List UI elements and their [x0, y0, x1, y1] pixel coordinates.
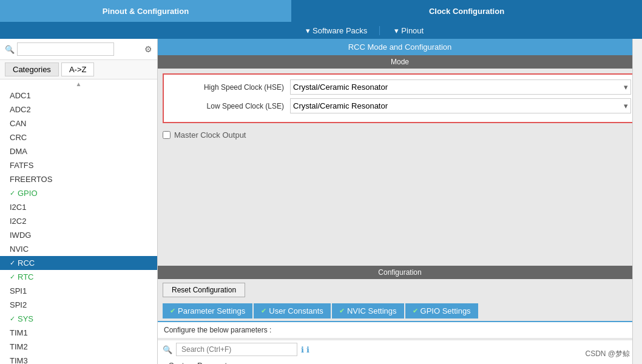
- sub-header-left: [0, 22, 291, 39]
- sidebar-item-i2c2[interactable]: I2C2: [0, 214, 157, 228]
- sidebar-item-dma[interactable]: DMA: [0, 144, 157, 158]
- lse-label: Low Speed Clock (LSE): [169, 102, 290, 110]
- search-icon: 🔍: [5, 45, 15, 54]
- sidebar-item-label: FATFS: [10, 161, 33, 170]
- search-icons: ℹ ℹ: [301, 345, 309, 354]
- config-tabs: ✔Parameter Settings✔User Constants✔NVIC …: [158, 301, 642, 321]
- reset-configuration-button[interactable]: Reset Configuration: [163, 283, 245, 297]
- sidebar-item-label: CRC: [10, 133, 27, 142]
- hse-row: High Speed Clock (HSE) Crystal/Ceramic R…: [169, 79, 631, 95]
- tab-check-icon: ✔: [413, 307, 418, 315]
- config-tab-user-constants[interactable]: ✔User Constants: [254, 303, 331, 318]
- sidebar-item-tim1[interactable]: TIM1: [0, 326, 157, 340]
- checkmark-icon: ✓: [10, 273, 15, 281]
- sidebar-item-rtc[interactable]: ✓RTC: [0, 270, 157, 284]
- tab-label: User Constants: [269, 306, 323, 315]
- sidebar-item-iwdg[interactable]: IWDG: [0, 228, 157, 242]
- sidebar: 🔍 ⚙ Categories A->Z ▲ ADC1ADC2CANCRCDMAF…: [0, 39, 158, 364]
- sidebar-item-rcc[interactable]: ✓RCC: [0, 256, 157, 270]
- sidebar-item-nvic[interactable]: NVIC: [0, 242, 157, 256]
- sidebar-item-label: SYS: [18, 314, 33, 323]
- tab-check-icon: ✔: [339, 307, 345, 315]
- sidebar-item-spi1[interactable]: SPI1: [0, 284, 157, 298]
- search-icon-2: 🔍: [163, 345, 172, 354]
- sidebar-list: ADC1ADC2CANCRCDMAFATFSFREERTOS✓GPIOI2C1I…: [0, 89, 157, 364]
- sidebar-item-sys[interactable]: ✓SYS: [0, 312, 157, 326]
- tab-label: GPIO Settings: [421, 306, 471, 315]
- sidebar-item-label: CAN: [10, 119, 26, 128]
- sidebar-item-label: GPIO: [18, 189, 38, 198]
- software-packs-menu[interactable]: ▾ Software Packs: [291, 26, 380, 35]
- pinout-menu[interactable]: ▾ Pinout: [380, 26, 436, 35]
- expand-icon: ▸: [163, 362, 166, 364]
- sidebar-item-crc[interactable]: CRC: [0, 130, 157, 144]
- hse-select[interactable]: Crystal/Ceramic Resonator ▾: [290, 79, 631, 95]
- master-clock-label: Master Clock Output: [174, 130, 246, 140]
- sidebar-item-label: RCC: [18, 258, 35, 268]
- hse-value: Crystal/Ceramic Resonator: [293, 83, 388, 92]
- sidebar-item-label: FREERTOS: [10, 175, 52, 184]
- sidebar-item-label: NVIC: [10, 244, 29, 254]
- config-header: Configuration: [158, 266, 642, 279]
- sidebar-item-label: SPI2: [10, 300, 27, 309]
- chevron-down-icon-2: ▾: [394, 26, 399, 35]
- sidebar-item-label: IWDG: [10, 231, 31, 240]
- sidebar-scroll-up[interactable]: ▲: [0, 79, 157, 89]
- sidebar-item-label: ADC2: [10, 105, 31, 114]
- checkmark-icon: ✓: [10, 259, 15, 267]
- sidebar-item-i2c1[interactable]: I2C1: [0, 200, 157, 214]
- tab-label: Parameter Settings: [178, 306, 245, 315]
- sidebar-item-freertos[interactable]: FREERTOS: [0, 172, 157, 186]
- sidebar-item-label: TIM3: [10, 356, 28, 364]
- sidebar-item-adc1[interactable]: ADC1: [0, 89, 157, 103]
- sidebar-item-label: I2C1: [10, 203, 26, 212]
- main-content: RCC Mode and Configuration Mode High Spe…: [158, 39, 642, 364]
- lse-value: Crystal/Ceramic Resonator: [293, 101, 388, 110]
- config-search-bar: 🔍 ℹ ℹ: [158, 340, 642, 359]
- tab-check-icon: ✔: [261, 307, 266, 315]
- lse-dropdown-arrow: ▾: [624, 101, 628, 110]
- tab-categories[interactable]: Categories: [5, 62, 59, 76]
- sidebar-item-tim2[interactable]: TIM2: [0, 340, 157, 354]
- checkmark-icon: ✓: [10, 315, 15, 323]
- mode-header: Mode: [158, 55, 642, 69]
- tab-az[interactable]: A->Z: [61, 62, 95, 76]
- sidebar-item-label: SPI1: [10, 286, 27, 295]
- mode-section: Mode High Speed Clock (HSE) Crystal/Cera…: [158, 55, 642, 263]
- sidebar-item-can[interactable]: CAN: [0, 116, 157, 130]
- software-packs-label: Software Packs: [313, 26, 367, 35]
- master-clock-row: Master Clock Output: [158, 128, 642, 142]
- mode-empty-space: [158, 142, 642, 263]
- sidebar-item-spi2[interactable]: SPI2: [0, 298, 157, 312]
- sidebar-item-fatfs[interactable]: FATFS: [0, 158, 157, 172]
- search-input[interactable]: [17, 42, 114, 56]
- info-icon[interactable]: ℹ: [301, 345, 304, 354]
- config-tab-nvic-settings[interactable]: ✔NVIC Settings: [332, 303, 404, 318]
- param-search-input[interactable]: [176, 343, 297, 356]
- master-clock-checkbox[interactable]: [163, 131, 171, 139]
- lse-select[interactable]: Crystal/Ceramic Resonator ▾: [290, 98, 631, 113]
- sub-header-right: ▾ Software Packs ▾ Pinout: [291, 22, 642, 39]
- sidebar-item-gpio[interactable]: ✓GPIO: [0, 186, 157, 200]
- scrollbar[interactable]: [632, 39, 642, 364]
- tab-label: NVIC Settings: [347, 306, 397, 315]
- config-tab-parameter-settings[interactable]: ✔Parameter Settings: [163, 303, 252, 318]
- help-icon[interactable]: ℹ: [306, 345, 309, 354]
- sidebar-item-label: TIM2: [10, 342, 28, 351]
- sidebar-search-bar: 🔍 ⚙: [0, 39, 157, 60]
- system-params-row[interactable]: ▸ System Parameters: [158, 359, 642, 364]
- content-title: RCC Mode and Configuration: [158, 39, 642, 55]
- system-params-label: System Parameters: [169, 361, 238, 364]
- sidebar-item-label: TIM1: [10, 328, 28, 337]
- sidebar-item-adc2[interactable]: ADC2: [0, 103, 157, 116]
- pinout-configuration-tab[interactable]: Pinout & Configuration: [0, 0, 291, 22]
- gear-icon[interactable]: ⚙: [144, 44, 152, 54]
- sidebar-item-label: DMA: [10, 147, 27, 156]
- config-tab-gpio-settings[interactable]: ✔GPIO Settings: [405, 303, 478, 318]
- pinout-configuration-label: Pinout & Configuration: [103, 7, 189, 16]
- clock-configuration-tab[interactable]: Clock Configuration: [291, 0, 642, 22]
- sidebar-item-label: I2C2: [10, 217, 26, 226]
- configure-params-text: Configure the below parameters :: [158, 321, 642, 338]
- sidebar-item-tim3[interactable]: TIM3: [0, 354, 157, 364]
- tab-check-icon: ✔: [170, 307, 175, 315]
